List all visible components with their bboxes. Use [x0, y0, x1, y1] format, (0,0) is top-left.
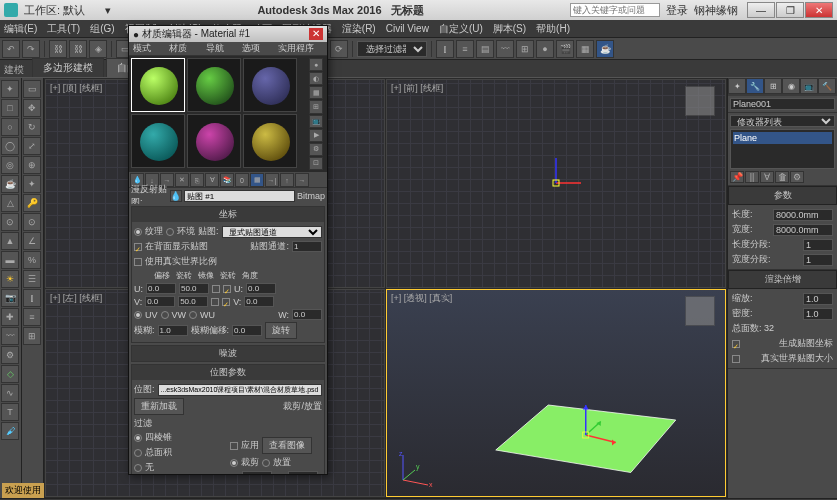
layer-button[interactable]: ▤: [476, 40, 494, 58]
help-search-input[interactable]: [570, 3, 660, 17]
workspace-selector[interactable]: 工作区: 默认: [24, 3, 85, 18]
psnap-icon[interactable]: %: [23, 251, 41, 269]
menu-group[interactable]: 组(G): [90, 22, 114, 36]
viewport-perspective[interactable]: [+] [透视] [真实] x z y: [386, 289, 726, 498]
sum-radio[interactable]: [134, 449, 142, 457]
plane-icon[interactable]: ▬: [1, 251, 19, 269]
select-by-mat-icon[interactable]: ⊡: [309, 157, 323, 170]
map-channel-select[interactable]: 显式贴图通道: [222, 226, 322, 238]
view-image-button[interactable]: 查看图像: [262, 437, 312, 454]
menu-edit[interactable]: 编辑(E): [4, 22, 37, 36]
create-icon[interactable]: ✦: [1, 80, 19, 98]
mat-menu-util[interactable]: 实用程序(U): [278, 42, 323, 55]
v-offset-input[interactable]: [145, 296, 175, 307]
spline-icon[interactable]: ∿: [1, 384, 19, 402]
plane-object[interactable]: [447, 390, 717, 480]
show-back-check[interactable]: [134, 243, 142, 251]
tab-poly-model[interactable]: 多边形建模: [32, 58, 104, 77]
make-copy-icon[interactable]: ⎘: [190, 173, 204, 187]
bind-button[interactable]: ◈: [89, 40, 107, 58]
cone-icon[interactable]: △: [1, 194, 19, 212]
text-icon[interactable]: T: [1, 403, 19, 421]
show-map-icon[interactable]: ▦: [250, 173, 264, 187]
v-angle-input[interactable]: [244, 296, 274, 307]
u-angle-input[interactable]: [246, 283, 276, 294]
map-channel-input[interactable]: [292, 241, 322, 252]
uv-radio[interactable]: [134, 311, 142, 319]
mirror2-icon[interactable]: ⫿: [23, 289, 41, 307]
motion-tab-icon[interactable]: ◉: [782, 78, 800, 94]
crop-w-input[interactable]: [288, 471, 318, 474]
mat-menu-mode[interactable]: 模式(D): [133, 42, 161, 55]
mirror-button[interactable]: ⫿: [436, 40, 454, 58]
mat-id-icon[interactable]: 0: [235, 173, 249, 187]
u-offset-input[interactable]: [146, 283, 176, 294]
blur-input[interactable]: [158, 325, 188, 336]
menu-render[interactable]: 渲染(R): [342, 22, 376, 36]
render-setup-button[interactable]: 🎬: [556, 40, 574, 58]
link-button[interactable]: ⛓: [49, 40, 67, 58]
utility-tab-icon[interactable]: 🔨: [818, 78, 836, 94]
menu-civil[interactable]: Civil View: [386, 23, 429, 34]
map-name-input[interactable]: [184, 190, 295, 202]
reset-mat-icon[interactable]: ✕: [175, 173, 189, 187]
remove-mod-icon[interactable]: 🗑: [775, 171, 789, 183]
array-icon[interactable]: ⊞: [23, 327, 41, 345]
environ-radio[interactable]: [166, 228, 174, 236]
mat-slot-2[interactable]: [187, 58, 241, 112]
select-rotate-icon[interactable]: ↻: [23, 118, 41, 136]
none-radio[interactable]: [134, 464, 142, 472]
vp-left-label[interactable]: [+] [左] [线框]: [50, 292, 102, 305]
blur-offset-input[interactable]: [232, 325, 262, 336]
modifier-stack[interactable]: Plane: [730, 129, 835, 169]
mat-slot-5[interactable]: [187, 114, 241, 168]
vp-front-label[interactable]: [+] [前] [线框]: [391, 82, 443, 95]
mat-menu-opts[interactable]: 选项(O): [242, 42, 270, 55]
real-world-check[interactable]: [732, 355, 740, 363]
mat-title-bar[interactable]: ● 材质编辑器 - Material #1 ✕: [129, 26, 327, 42]
render-frame-button[interactable]: ▦: [576, 40, 594, 58]
menu-help[interactable]: 帮助(H): [536, 22, 570, 36]
scale-input[interactable]: [803, 293, 833, 305]
tube-icon[interactable]: ⊙: [1, 213, 19, 231]
wseg-input[interactable]: [803, 254, 833, 266]
go-parent-icon[interactable]: ↑: [280, 173, 294, 187]
close-button[interactable]: ✕: [805, 2, 833, 18]
sphere-icon[interactable]: ○: [1, 118, 19, 136]
make-unique2-icon[interactable]: ∀: [205, 173, 219, 187]
select-move-icon[interactable]: ✥: [23, 99, 41, 117]
object-name-input[interactable]: [730, 98, 835, 110]
wu-radio[interactable]: [189, 311, 197, 319]
redo-button[interactable]: ↷: [22, 40, 40, 58]
camera-icon[interactable]: 📷: [1, 289, 19, 307]
manip-icon[interactable]: ✦: [23, 175, 41, 193]
params-rollout-header[interactable]: 参数: [728, 186, 837, 205]
asnap-icon[interactable]: ∠: [23, 232, 41, 250]
config-sets-icon[interactable]: ⚙: [790, 171, 804, 183]
menu-tools[interactable]: 工具(T): [47, 22, 80, 36]
length-input[interactable]: [773, 209, 833, 221]
vp-top-label[interactable]: [+] [顶] [线框]: [50, 82, 102, 95]
reload-button[interactable]: 重新加载: [134, 398, 184, 415]
menu-script[interactable]: 脚本(S): [493, 22, 526, 36]
real-scale-check[interactable]: [134, 258, 142, 266]
video-check-icon[interactable]: 📺: [309, 115, 323, 128]
selection-filter[interactable]: 选择过滤器: [357, 41, 427, 57]
mat-menu-material[interactable]: 材质(M): [169, 42, 198, 55]
align-button[interactable]: ≡: [456, 40, 474, 58]
texture-radio[interactable]: [134, 228, 142, 236]
viewport-front[interactable]: [+] [前] [线框]: [386, 79, 726, 288]
unlink-button[interactable]: ⛓: [69, 40, 87, 58]
mat-slot-6[interactable]: [243, 114, 297, 168]
maximize-button[interactable]: ❐: [776, 2, 804, 18]
mat-close-button[interactable]: ✕: [309, 28, 323, 40]
helper-icon[interactable]: ✚: [1, 308, 19, 326]
bitmap-path-button[interactable]: [158, 384, 322, 396]
place-icon[interactable]: ⊕: [23, 156, 41, 174]
select-obj-icon[interactable]: ▭: [23, 80, 41, 98]
u-mirror-check[interactable]: [212, 285, 220, 293]
modifier-list[interactable]: 修改器列表: [730, 115, 835, 127]
make-unique-icon[interactable]: ∀: [760, 171, 774, 183]
schematic-button[interactable]: ⊞: [516, 40, 534, 58]
login-link[interactable]: 登录: [666, 3, 688, 18]
